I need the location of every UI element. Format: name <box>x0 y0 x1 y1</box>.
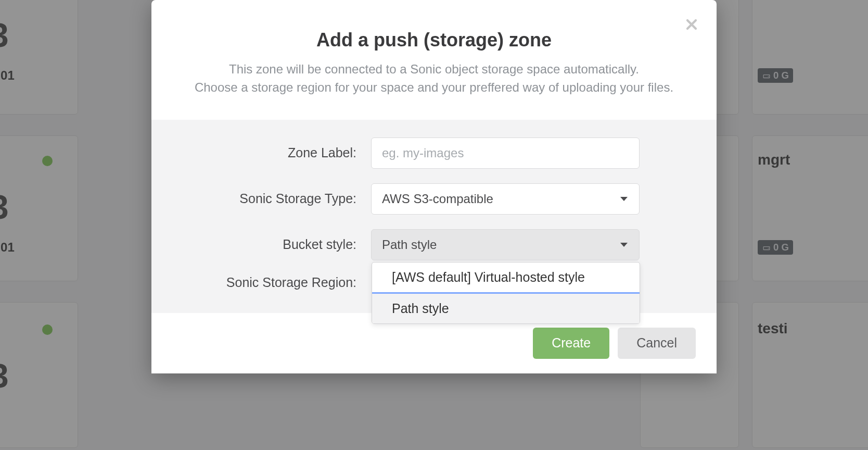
bucket-style-row: Bucket style: Path style [AWS default] V… <box>183 229 685 260</box>
bucket-style-option[interactable]: Path style <box>372 294 640 323</box>
modal-body: Zone Label: eg. my-images Sonic Storage … <box>151 120 717 313</box>
bucket-style-option[interactable]: [AWS default] Virtual-hosted style <box>372 262 640 294</box>
close-icon <box>685 18 698 31</box>
chevron-down-icon <box>620 197 628 201</box>
create-button[interactable]: Create <box>533 328 609 359</box>
zone-label-input[interactable]: eg. my-images <box>371 138 640 169</box>
modal-header: Add a push (storage) zone This zone will… <box>151 0 717 120</box>
storage-type-select[interactable]: AWS S3-compatible <box>371 183 640 215</box>
bucket-style-value: Path style <box>382 238 437 252</box>
bucket-style-dropdown: [AWS default] Virtual-hosted style Path … <box>372 262 640 324</box>
zone-label-label: Zone Label: <box>183 145 371 160</box>
close-icon[interactable] <box>684 18 699 32</box>
modal-overlay: Add a push (storage) zone This zone will… <box>0 0 868 450</box>
cancel-button[interactable]: Cancel <box>618 328 696 359</box>
modal-subtitle: This zone will be connected to a Sonic o… <box>188 60 680 97</box>
bucket-style-select[interactable]: Path style [AWS default] Virtual-hosted … <box>371 229 640 260</box>
zone-label-row: Zone Label: eg. my-images <box>183 138 685 169</box>
storage-type-row: Sonic Storage Type: AWS S3-compatible <box>183 183 685 215</box>
chevron-down-icon <box>620 243 628 247</box>
zone-label-placeholder: eg. my-images <box>382 146 464 160</box>
storage-type-value: AWS S3-compatible <box>382 192 493 206</box>
storage-type-label: Sonic Storage Type: <box>183 191 371 206</box>
bucket-style-label: Bucket style: <box>183 237 371 252</box>
modal-title: Add a push (storage) zone <box>188 29 680 51</box>
add-push-zone-modal: Add a push (storage) zone This zone will… <box>151 0 717 373</box>
storage-region-label: Sonic Storage Region: <box>183 275 371 290</box>
